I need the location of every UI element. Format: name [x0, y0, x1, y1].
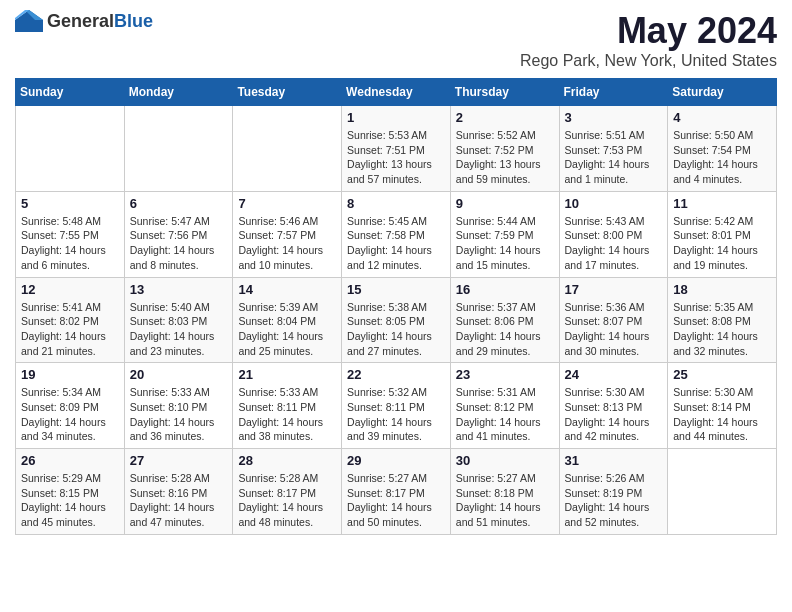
- day-number: 8: [347, 196, 445, 211]
- calendar-cell: [668, 449, 777, 535]
- day-number: 21: [238, 367, 336, 382]
- day-info: Sunrise: 5:27 AMSunset: 8:18 PMDaylight:…: [456, 471, 554, 530]
- day-number: 10: [565, 196, 663, 211]
- calendar-cell: 19Sunrise: 5:34 AMSunset: 8:09 PMDayligh…: [16, 363, 125, 449]
- logo-blue: Blue: [114, 11, 153, 32]
- day-number: 14: [238, 282, 336, 297]
- day-info: Sunrise: 5:37 AMSunset: 8:06 PMDaylight:…: [456, 300, 554, 359]
- day-number: 24: [565, 367, 663, 382]
- day-number: 16: [456, 282, 554, 297]
- day-info: Sunrise: 5:42 AMSunset: 8:01 PMDaylight:…: [673, 214, 771, 273]
- day-number: 2: [456, 110, 554, 125]
- day-number: 20: [130, 367, 228, 382]
- day-number: 13: [130, 282, 228, 297]
- calendar-cell: 2Sunrise: 5:52 AMSunset: 7:52 PMDaylight…: [450, 106, 559, 192]
- day-info: Sunrise: 5:33 AMSunset: 8:10 PMDaylight:…: [130, 385, 228, 444]
- calendar-cell: 3Sunrise: 5:51 AMSunset: 7:53 PMDaylight…: [559, 106, 668, 192]
- day-info: Sunrise: 5:26 AMSunset: 8:19 PMDaylight:…: [565, 471, 663, 530]
- calendar-cell: 27Sunrise: 5:28 AMSunset: 8:16 PMDayligh…: [124, 449, 233, 535]
- day-number: 22: [347, 367, 445, 382]
- day-info: Sunrise: 5:45 AMSunset: 7:58 PMDaylight:…: [347, 214, 445, 273]
- day-info: Sunrise: 5:38 AMSunset: 8:05 PMDaylight:…: [347, 300, 445, 359]
- day-info: Sunrise: 5:35 AMSunset: 8:08 PMDaylight:…: [673, 300, 771, 359]
- day-number: 1: [347, 110, 445, 125]
- day-number: 28: [238, 453, 336, 468]
- day-info: Sunrise: 5:48 AMSunset: 7:55 PMDaylight:…: [21, 214, 119, 273]
- calendar-cell: 16Sunrise: 5:37 AMSunset: 8:06 PMDayligh…: [450, 277, 559, 363]
- weekday-header-row: SundayMondayTuesdayWednesdayThursdayFrid…: [16, 79, 777, 106]
- header: General Blue May 2024 Rego Park, New Yor…: [15, 10, 777, 70]
- calendar-cell: 12Sunrise: 5:41 AMSunset: 8:02 PMDayligh…: [16, 277, 125, 363]
- day-info: Sunrise: 5:43 AMSunset: 8:00 PMDaylight:…: [565, 214, 663, 273]
- calendar-cell: 25Sunrise: 5:30 AMSunset: 8:14 PMDayligh…: [668, 363, 777, 449]
- day-info: Sunrise: 5:51 AMSunset: 7:53 PMDaylight:…: [565, 128, 663, 187]
- day-info: Sunrise: 5:32 AMSunset: 8:11 PMDaylight:…: [347, 385, 445, 444]
- calendar-table: SundayMondayTuesdayWednesdayThursdayFrid…: [15, 78, 777, 535]
- calendar-cell: 10Sunrise: 5:43 AMSunset: 8:00 PMDayligh…: [559, 191, 668, 277]
- day-number: 6: [130, 196, 228, 211]
- calendar-cell: 31Sunrise: 5:26 AMSunset: 8:19 PMDayligh…: [559, 449, 668, 535]
- calendar-week-row: 26Sunrise: 5:29 AMSunset: 8:15 PMDayligh…: [16, 449, 777, 535]
- day-number: 17: [565, 282, 663, 297]
- calendar-cell: 17Sunrise: 5:36 AMSunset: 8:07 PMDayligh…: [559, 277, 668, 363]
- calendar-cell: [16, 106, 125, 192]
- day-info: Sunrise: 5:50 AMSunset: 7:54 PMDaylight:…: [673, 128, 771, 187]
- calendar-cell: 6Sunrise: 5:47 AMSunset: 7:56 PMDaylight…: [124, 191, 233, 277]
- day-info: Sunrise: 5:29 AMSunset: 8:15 PMDaylight:…: [21, 471, 119, 530]
- day-info: Sunrise: 5:39 AMSunset: 8:04 PMDaylight:…: [238, 300, 336, 359]
- weekday-header: Thursday: [450, 79, 559, 106]
- calendar-cell: 5Sunrise: 5:48 AMSunset: 7:55 PMDaylight…: [16, 191, 125, 277]
- day-info: Sunrise: 5:44 AMSunset: 7:59 PMDaylight:…: [456, 214, 554, 273]
- calendar-cell: 11Sunrise: 5:42 AMSunset: 8:01 PMDayligh…: [668, 191, 777, 277]
- calendar-week-row: 19Sunrise: 5:34 AMSunset: 8:09 PMDayligh…: [16, 363, 777, 449]
- day-number: 26: [21, 453, 119, 468]
- calendar-cell: 24Sunrise: 5:30 AMSunset: 8:13 PMDayligh…: [559, 363, 668, 449]
- calendar-cell: 28Sunrise: 5:28 AMSunset: 8:17 PMDayligh…: [233, 449, 342, 535]
- calendar-cell: 22Sunrise: 5:32 AMSunset: 8:11 PMDayligh…: [342, 363, 451, 449]
- calendar-week-row: 12Sunrise: 5:41 AMSunset: 8:02 PMDayligh…: [16, 277, 777, 363]
- main-title: May 2024: [520, 10, 777, 52]
- day-info: Sunrise: 5:27 AMSunset: 8:17 PMDaylight:…: [347, 471, 445, 530]
- calendar-cell: 21Sunrise: 5:33 AMSunset: 8:11 PMDayligh…: [233, 363, 342, 449]
- day-info: Sunrise: 5:47 AMSunset: 7:56 PMDaylight:…: [130, 214, 228, 273]
- calendar-cell: 8Sunrise: 5:45 AMSunset: 7:58 PMDaylight…: [342, 191, 451, 277]
- day-info: Sunrise: 5:46 AMSunset: 7:57 PMDaylight:…: [238, 214, 336, 273]
- day-number: 7: [238, 196, 336, 211]
- day-info: Sunrise: 5:33 AMSunset: 8:11 PMDaylight:…: [238, 385, 336, 444]
- weekday-header: Sunday: [16, 79, 125, 106]
- day-info: Sunrise: 5:30 AMSunset: 8:13 PMDaylight:…: [565, 385, 663, 444]
- day-number: 9: [456, 196, 554, 211]
- subtitle: Rego Park, New York, United States: [520, 52, 777, 70]
- day-number: 4: [673, 110, 771, 125]
- day-info: Sunrise: 5:34 AMSunset: 8:09 PMDaylight:…: [21, 385, 119, 444]
- calendar-cell: 9Sunrise: 5:44 AMSunset: 7:59 PMDaylight…: [450, 191, 559, 277]
- weekday-header: Wednesday: [342, 79, 451, 106]
- day-number: 25: [673, 367, 771, 382]
- day-number: 15: [347, 282, 445, 297]
- day-info: Sunrise: 5:41 AMSunset: 8:02 PMDaylight:…: [21, 300, 119, 359]
- calendar-cell: [124, 106, 233, 192]
- calendar-week-row: 5Sunrise: 5:48 AMSunset: 7:55 PMDaylight…: [16, 191, 777, 277]
- calendar-cell: 26Sunrise: 5:29 AMSunset: 8:15 PMDayligh…: [16, 449, 125, 535]
- calendar-cell: 4Sunrise: 5:50 AMSunset: 7:54 PMDaylight…: [668, 106, 777, 192]
- day-number: 31: [565, 453, 663, 468]
- day-info: Sunrise: 5:40 AMSunset: 8:03 PMDaylight:…: [130, 300, 228, 359]
- logo-general: General: [47, 11, 114, 32]
- day-number: 30: [456, 453, 554, 468]
- day-info: Sunrise: 5:30 AMSunset: 8:14 PMDaylight:…: [673, 385, 771, 444]
- calendar-cell: 15Sunrise: 5:38 AMSunset: 8:05 PMDayligh…: [342, 277, 451, 363]
- day-number: 19: [21, 367, 119, 382]
- day-number: 27: [130, 453, 228, 468]
- calendar-cell: 7Sunrise: 5:46 AMSunset: 7:57 PMDaylight…: [233, 191, 342, 277]
- calendar-cell: 14Sunrise: 5:39 AMSunset: 8:04 PMDayligh…: [233, 277, 342, 363]
- day-number: 3: [565, 110, 663, 125]
- day-number: 12: [21, 282, 119, 297]
- calendar-cell: [233, 106, 342, 192]
- day-number: 29: [347, 453, 445, 468]
- calendar-cell: 1Sunrise: 5:53 AMSunset: 7:51 PMDaylight…: [342, 106, 451, 192]
- day-info: Sunrise: 5:52 AMSunset: 7:52 PMDaylight:…: [456, 128, 554, 187]
- weekday-header: Tuesday: [233, 79, 342, 106]
- calendar-cell: 20Sunrise: 5:33 AMSunset: 8:10 PMDayligh…: [124, 363, 233, 449]
- title-area: May 2024 Rego Park, New York, United Sta…: [520, 10, 777, 70]
- day-number: 18: [673, 282, 771, 297]
